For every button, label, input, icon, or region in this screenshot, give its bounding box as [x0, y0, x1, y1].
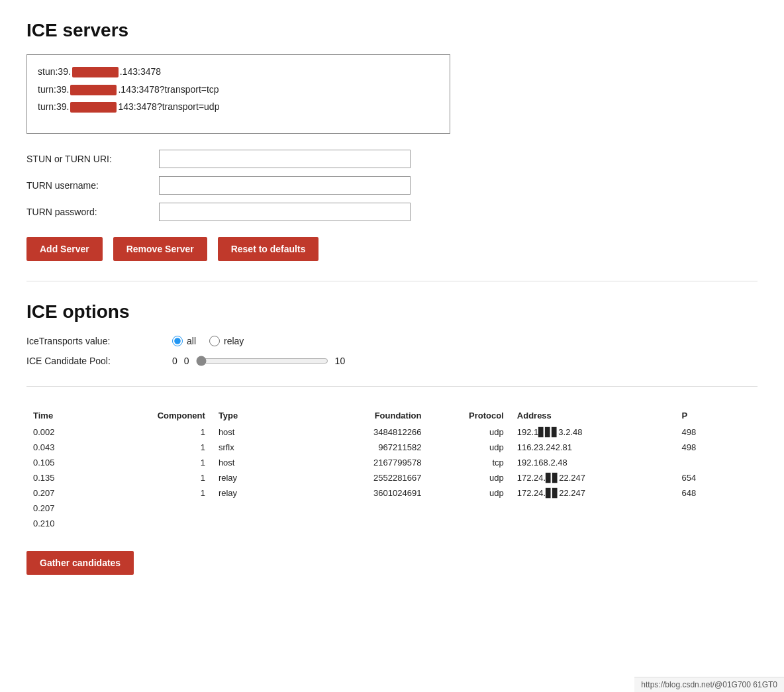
- cell-protocol: tcp: [428, 455, 510, 470]
- cell-component: 1: [109, 424, 211, 440]
- cell-component: [109, 501, 211, 516]
- add-server-button[interactable]: Add Server: [26, 237, 103, 261]
- server-entry-1: stun:39..143:3478: [38, 63, 439, 81]
- pool-slider[interactable]: [196, 356, 328, 366]
- table-row: 0.207 1 relay 3601024691 udp 172.24.▊▊22…: [26, 485, 758, 501]
- section-divider-1: [26, 281, 758, 281]
- turn-username-input[interactable]: [159, 176, 411, 195]
- cell-component: 1: [109, 455, 211, 470]
- radio-all-input[interactable]: [172, 336, 183, 346]
- table-row: 0.207: [26, 501, 758, 516]
- cell-address: 192.168.2.48: [511, 455, 675, 470]
- cell-port: 654: [675, 470, 758, 485]
- cell-component: 1: [109, 485, 211, 501]
- cell-type: [212, 516, 294, 531]
- cell-time: 0.207: [26, 501, 109, 516]
- gather-candidates-button[interactable]: Gather candidates: [26, 551, 134, 575]
- cell-protocol: udp: [428, 424, 510, 440]
- turn-username-row: TURN username:: [26, 176, 758, 195]
- cell-type: srflx: [212, 440, 294, 455]
- gather-btn-row: Gather candidates: [26, 551, 758, 575]
- cell-port: [675, 516, 758, 531]
- cell-address: 172.24.▊▊22.247: [511, 485, 675, 501]
- section-divider-2: [26, 386, 758, 387]
- transports-label: IceTransports value:: [26, 336, 172, 346]
- cell-address: 192.1▊▊▊3.2.48: [511, 424, 675, 440]
- remove-server-button[interactable]: Remove Server: [113, 237, 207, 261]
- radio-relay-label: relay: [224, 336, 244, 346]
- turn-username-label: TURN username:: [26, 180, 159, 191]
- cell-address: [511, 501, 675, 516]
- cell-foundation: [294, 516, 428, 531]
- cell-component: 1: [109, 470, 211, 485]
- server-entry-2: turn:39..143:3478?transport=tcp: [38, 81, 439, 99]
- table-row: 0.210: [26, 516, 758, 531]
- candidates-table-section: Time Component Type Foundation Protocol …: [26, 407, 758, 531]
- radio-relay-input[interactable]: [209, 336, 220, 346]
- ice-options-section: ICE options IceTransports value: all rel…: [26, 301, 758, 366]
- turn-password-label: TURN password:: [26, 207, 159, 217]
- cell-address: [511, 516, 675, 531]
- cell-port: 648: [675, 485, 758, 501]
- cell-address: 116.23.242.81: [511, 440, 675, 455]
- col-header-time: Time: [26, 407, 109, 424]
- pool-slider-group: 0 0 10: [172, 356, 345, 366]
- pool-min-label: 0: [184, 356, 189, 366]
- cell-time: 0.105: [26, 455, 109, 470]
- server-entry-3: turn:39.143:3478?transport=udp: [38, 98, 439, 116]
- cell-time: 0.207: [26, 485, 109, 501]
- cell-type: relay: [212, 485, 294, 501]
- cell-address: 172.24.▊▊22.247: [511, 470, 675, 485]
- cell-foundation: [294, 501, 428, 516]
- ice-servers-title: ICE servers: [26, 20, 758, 41]
- col-header-address: Address: [511, 407, 675, 424]
- cell-protocol: [428, 501, 510, 516]
- cell-protocol: udp: [428, 440, 510, 455]
- cell-component: [109, 516, 211, 531]
- turn-password-input[interactable]: [159, 203, 411, 221]
- radio-all[interactable]: all: [172, 336, 196, 346]
- transports-row: IceTransports value: all relay: [26, 336, 758, 346]
- turn-password-row: TURN password:: [26, 203, 758, 221]
- col-header-protocol: Protocol: [428, 407, 510, 424]
- cell-time: 0.210: [26, 516, 109, 531]
- redacted-block-2: [70, 85, 117, 95]
- redacted-block-3: [70, 102, 117, 113]
- cell-foundation: 2167799578: [294, 455, 428, 470]
- footer-bar: https://blog.csdn.net/@01G700 61GT0: [634, 677, 784, 692]
- stun-turn-uri-row: STUN or TURN URI:: [26, 150, 758, 168]
- table-row: 0.105 1 host 2167799578 tcp 192.168.2.48: [26, 455, 758, 470]
- redacted-block-1: [72, 67, 119, 77]
- cell-foundation: 967211582: [294, 440, 428, 455]
- table-header-row: Time Component Type Foundation Protocol …: [26, 407, 758, 424]
- ice-options-title: ICE options: [26, 301, 758, 322]
- pool-label: ICE Candidate Pool:: [26, 356, 172, 366]
- col-header-component: Component: [109, 407, 211, 424]
- cell-port: [675, 455, 758, 470]
- cell-protocol: udp: [428, 485, 510, 501]
- radio-all-label: all: [187, 336, 196, 346]
- cell-port: 498: [675, 440, 758, 455]
- cell-protocol: [428, 516, 510, 531]
- cell-time: 0.043: [26, 440, 109, 455]
- server-list-box: stun:39..143:3478 turn:39..143:3478?tran…: [26, 54, 450, 134]
- pool-row: ICE Candidate Pool: 0 0 10: [26, 356, 758, 366]
- table-row: 0.043 1 srflx 967211582 udp 116.23.242.8…: [26, 440, 758, 455]
- col-header-port: P: [675, 407, 758, 424]
- cell-type: [212, 501, 294, 516]
- table-row: 0.135 1 relay 2552281667 udp 172.24.▊▊22…: [26, 470, 758, 485]
- cell-protocol: udp: [428, 470, 510, 485]
- cell-foundation: 3484812266: [294, 424, 428, 440]
- table-row: 0.002 1 host 3484812266 udp 192.1▊▊▊3.2.…: [26, 424, 758, 440]
- candidates-table: Time Component Type Foundation Protocol …: [26, 407, 758, 531]
- cell-foundation: 2552281667: [294, 470, 428, 485]
- cell-component: 1: [109, 440, 211, 455]
- radio-relay[interactable]: relay: [209, 336, 244, 346]
- reset-defaults-button[interactable]: Reset to defaults: [218, 237, 319, 261]
- pool-current-value: 0: [172, 356, 177, 366]
- stun-turn-uri-input[interactable]: [159, 150, 411, 168]
- transports-radio-group: all relay: [172, 336, 244, 346]
- cell-time: 0.002: [26, 424, 109, 440]
- server-button-row: Add Server Remove Server Reset to defaul…: [26, 237, 758, 261]
- stun-turn-uri-label: STUN or TURN URI:: [26, 154, 159, 164]
